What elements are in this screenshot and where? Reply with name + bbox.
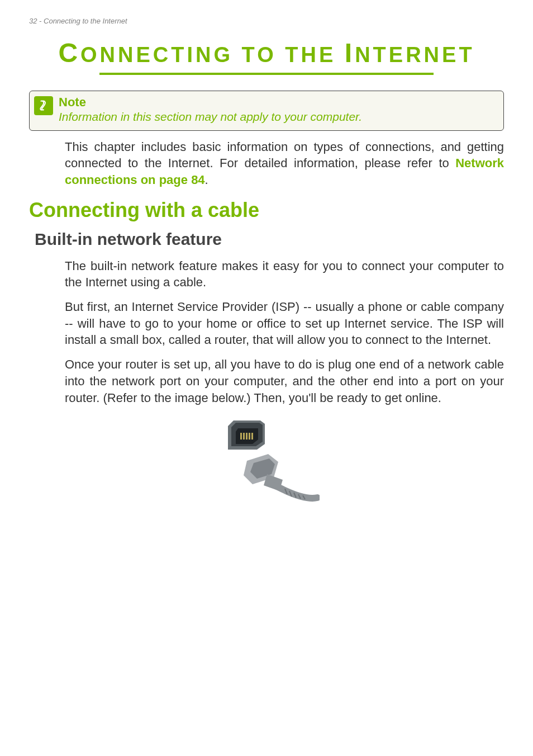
title-word2: TO <box>233 43 277 67</box>
title-char-i: I <box>345 38 355 68</box>
body-paragraph-1: The built-in network feature makes it ea… <box>29 258 504 291</box>
body-paragraph-2: But first, an Internet Service Provider … <box>29 299 504 348</box>
note-callout: Note Information in this section may not… <box>29 91 504 131</box>
ethernet-cable-icon <box>244 454 317 499</box>
title-char-c: C <box>58 38 80 68</box>
ethernet-port-icon <box>228 420 265 450</box>
svg-rect-6 <box>249 433 250 440</box>
subsection-heading: Built-in network feature <box>29 230 504 249</box>
intro-text-a: This chapter includes basic information … <box>65 140 504 171</box>
title-underline <box>99 73 434 75</box>
title-word4: NTERNET <box>355 43 474 67</box>
section-heading: Connecting with a cable <box>29 199 504 222</box>
note-icon <box>34 96 53 115</box>
ethernet-figure <box>29 416 504 533</box>
title-word3: THE <box>277 43 345 67</box>
page-header: 32 - Connecting to the Internet <box>29 17 504 25</box>
svg-rect-7 <box>251 433 253 440</box>
note-title: Note <box>59 95 497 110</box>
title-word1: ONNECTING <box>80 43 233 67</box>
body-paragraph-3: Once your router is set up, all you have… <box>29 356 504 406</box>
intro-text-b: . <box>205 173 208 187</box>
note-body: Information in this section may not appl… <box>59 110 497 124</box>
page-title: CONNECTING TO THE INTERNET <box>29 37 504 68</box>
svg-rect-4 <box>243 433 245 440</box>
intro-paragraph: This chapter includes basic information … <box>29 139 504 188</box>
svg-rect-5 <box>246 433 248 440</box>
svg-rect-3 <box>240 433 242 440</box>
